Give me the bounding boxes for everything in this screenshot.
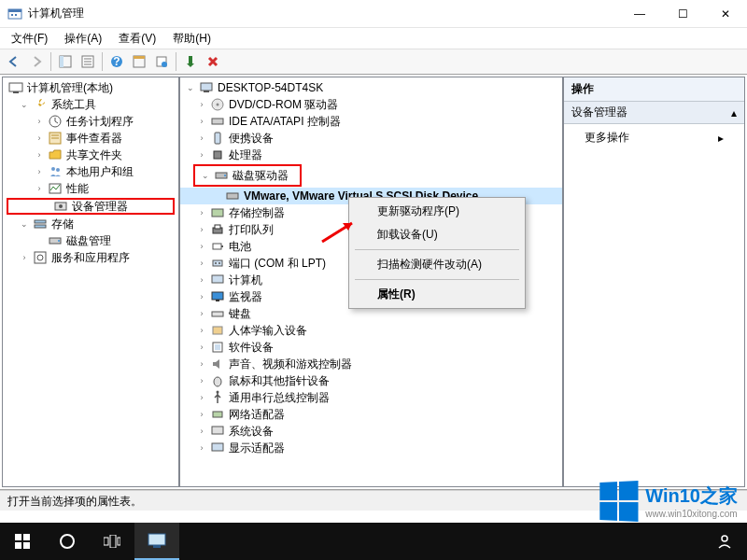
expander-closed-icon[interactable]: › <box>18 251 31 264</box>
expander-closed-icon[interactable]: › <box>33 115 46 128</box>
ide-icon <box>210 114 225 129</box>
ctx-scan-hw[interactable]: 扫描检测硬件改动(A) <box>351 253 523 276</box>
tree-storage[interactable]: ⌄ 存储 <box>3 216 178 232</box>
enable-button[interactable] <box>180 51 201 72</box>
tree-system-tools[interactable]: ⌄ 系统工具 <box>3 96 178 113</box>
clock-icon <box>48 114 63 129</box>
show-hide-tree-button[interactable] <box>55 51 76 72</box>
tree-services-apps[interactable]: › 服务和应用程序 <box>3 249 178 266</box>
svg-point-51 <box>218 262 220 264</box>
expander-closed-icon[interactable]: › <box>195 132 208 145</box>
wrench-icon <box>33 97 48 112</box>
cortana-button[interactable] <box>45 523 90 560</box>
start-button[interactable] <box>0 523 45 560</box>
device-processor[interactable]: ›处理器 <box>180 147 562 163</box>
tree-performance[interactable]: › 性能 <box>3 180 178 197</box>
device-system[interactable]: ›系统设备 <box>180 423 562 440</box>
left-tree-panel[interactable]: 计算机管理(本地) ⌄ 系统工具 › 任务计划程序 › 事件查看器 › 共享文件… <box>2 77 179 487</box>
expander-closed-icon[interactable]: › <box>195 290 208 303</box>
menubar: 文件(F) 操作(A) 查看(V) 帮助(H) <box>0 28 747 49</box>
expander-closed-icon[interactable]: › <box>195 324 208 337</box>
expander-open-icon[interactable]: ⌄ <box>184 81 197 94</box>
computer-icon <box>199 80 214 95</box>
expander-closed-icon[interactable]: › <box>195 408 208 421</box>
taskbar-app-compmgmt[interactable] <box>134 523 179 560</box>
expander-closed-icon[interactable]: › <box>33 148 46 161</box>
expander-closed-icon[interactable]: › <box>195 425 208 438</box>
close-button[interactable]: ✕ <box>704 0 747 28</box>
expander-closed-icon[interactable]: › <box>195 374 208 387</box>
menu-action[interactable]: 操作(A) <box>57 29 109 49</box>
device-disk-drive[interactable]: ⌄磁盘驱动器 <box>195 167 290 184</box>
device-dvd[interactable]: ›DVD/CD-ROM 驱动器 <box>180 96 562 113</box>
menu-view[interactable]: 查看(V) <box>111 29 163 49</box>
device-software[interactable]: ›软件设备 <box>180 339 562 356</box>
performance-icon <box>48 181 63 196</box>
expander-closed-icon[interactable]: › <box>195 223 208 236</box>
expander-open-icon[interactable]: ⌄ <box>199 169 212 182</box>
svg-rect-16 <box>189 56 192 63</box>
expander-closed-icon[interactable]: › <box>195 98 208 111</box>
refresh-button[interactable] <box>151 51 172 72</box>
window-title: 计算机管理 <box>28 6 618 21</box>
center-tree-panel[interactable]: ⌄ DESKTOP-54DT4SK ›DVD/CD-ROM 驱动器 ›IDE A… <box>179 77 563 487</box>
expander-closed-icon[interactable]: › <box>195 341 208 354</box>
device-sound[interactable]: ›声音、视频和游戏控制器 <box>180 356 562 372</box>
expander-open-icon[interactable]: ⌄ <box>18 217 31 231</box>
device-usb[interactable]: ›通用串行总线控制器 <box>180 389 562 406</box>
tree-event-viewer[interactable]: › 事件查看器 <box>3 130 178 147</box>
svg-point-31 <box>58 240 60 242</box>
expander-closed-icon[interactable]: › <box>195 391 208 404</box>
expander-closed-icon[interactable]: › <box>195 206 208 219</box>
menu-file[interactable]: 文件(F) <box>4 29 55 49</box>
hid-icon <box>210 323 225 338</box>
expander-closed-icon[interactable]: › <box>33 132 46 145</box>
expander-closed-icon[interactable]: › <box>195 441 208 455</box>
maximize-button[interactable]: ☐ <box>661 0 704 28</box>
properties-button[interactable] <box>78 51 98 72</box>
ctx-update-driver[interactable]: 更新驱动程序(P) <box>351 200 523 223</box>
disable-button[interactable] <box>203 51 223 72</box>
ctx-properties[interactable]: 属性(R) <box>351 283 523 306</box>
expander-closed-icon[interactable]: › <box>195 357 208 371</box>
expander-closed-icon[interactable]: › <box>195 148 208 161</box>
software-icon <box>210 340 225 355</box>
ports-icon <box>210 256 225 271</box>
tree-root[interactable]: 计算机管理(本地) <box>3 79 178 96</box>
tree-local-users[interactable]: › 本地用户和组 <box>3 163 178 180</box>
task-view-button[interactable] <box>90 523 134 560</box>
tree-task-scheduler[interactable]: › 任务计划程序 <box>3 113 178 130</box>
actions-more[interactable]: 更多操作 ▸ <box>564 124 744 151</box>
ctx-uninstall[interactable]: 卸载设备(U) <box>351 223 523 246</box>
toolbar-separator <box>102 52 103 71</box>
device-computer[interactable]: ⌄ DESKTOP-54DT4SK <box>180 79 562 96</box>
view-button[interactable] <box>129 51 149 72</box>
expander-closed-icon[interactable]: › <box>195 273 208 287</box>
device-ide[interactable]: ›IDE ATA/ATAPI 控制器 <box>180 113 562 130</box>
minimize-button[interactable]: — <box>618 0 661 28</box>
tray-people-icon[interactable] <box>702 523 747 560</box>
expander-open-icon[interactable]: ⌄ <box>18 98 31 111</box>
device-network[interactable]: ›网络适配器 <box>180 406 562 423</box>
tree-device-manager[interactable]: 设备管理器 <box>7 198 175 215</box>
expander-closed-icon[interactable]: › <box>33 182 46 195</box>
tree-shared-folders[interactable]: › 共享文件夹 <box>3 147 178 163</box>
tree-disk-management[interactable]: 磁盘管理 <box>3 232 178 249</box>
back-button[interactable] <box>4 51 24 72</box>
expander-closed-icon[interactable]: › <box>33 165 46 178</box>
device-portable[interactable]: ›便携设备 <box>180 130 562 147</box>
help-button[interactable]: ? <box>106 51 127 72</box>
expander-closed-icon[interactable]: › <box>195 115 208 128</box>
forward-button[interactable] <box>26 51 47 72</box>
device-mouse[interactable]: ›鼠标和其他指针设备 <box>180 372 562 389</box>
expander-closed-icon[interactable]: › <box>195 257 208 270</box>
actions-device-manager[interactable]: 设备管理器 ▴ <box>564 102 744 124</box>
expander-closed-icon[interactable]: › <box>195 307 208 320</box>
svg-rect-39 <box>215 133 220 144</box>
device-display[interactable]: ›显示适配器 <box>180 440 562 456</box>
svg-point-15 <box>162 62 167 67</box>
expander-closed-icon[interactable]: › <box>195 240 208 253</box>
svg-rect-34 <box>201 83 212 91</box>
device-hid[interactable]: ›人体学输入设备 <box>180 322 562 339</box>
menu-help[interactable]: 帮助(H) <box>165 29 218 49</box>
